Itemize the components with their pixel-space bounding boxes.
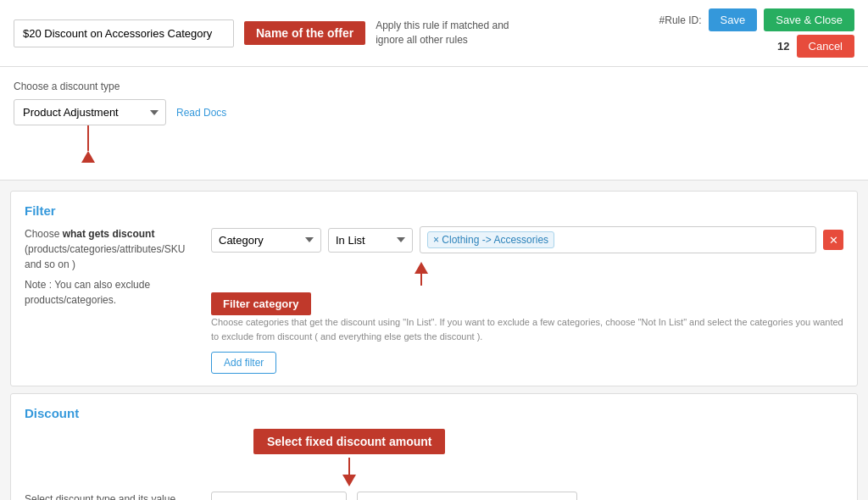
discount-row: Fixed discount Percentage discount Fixed… [211,492,843,500]
discount-annotation-label: Select fixed discount amount [253,429,445,454]
discount-value-input[interactable] [357,492,577,500]
filter-panel: Filter Choose what gets discount (produc… [10,191,858,386]
discount-type-section: Choose a discount type Product Adjustmen… [0,67,868,181]
filter-category-select[interactable]: Category [211,228,321,253]
rule-id-row: #Rule ID: Save Save & Close [659,8,854,31]
discount-left: Select discount type and its value (perc… [25,492,194,500]
filter-annotation-area: Filter category [211,262,843,315]
offer-name-input[interactable] [14,19,234,47]
filter-tags-input[interactable]: × Clothing -> Accessories [420,226,816,253]
save-button[interactable]: Save [709,8,758,31]
rule-id-value: 12 [777,40,789,53]
save-close-button[interactable]: Save & Close [764,8,854,31]
filter-help-text: Choose categories that get the discount … [211,315,843,343]
discount-type-annotation-wrapper: Product Adjustment Cart Adjustment Buy X… [14,99,854,163]
discount-type-row: Product Adjustment Cart Adjustment Buy X… [14,99,226,125]
discount-type-arrow [81,125,95,163]
cancel-button[interactable]: Cancel [797,35,854,58]
top-bar: Name of the offer Apply this rule if mat… [0,0,868,67]
filter-tag: × Clothing -> Accessories [427,231,554,248]
discount-annotation-arrow-group: Select fixed discount amount [253,429,445,486]
filter-arrow-up-icon [415,262,428,274]
filter-left: Choose what gets discount (products/cate… [25,226,194,374]
rule-id-label: #Rule ID: [659,14,702,26]
discount-title: Discount [25,406,843,420]
read-docs-link[interactable]: Read Docs [176,107,226,119]
discount-layout: Select discount type and its value (perc… [25,492,843,500]
discount-description: Select discount type and its value (perc… [25,492,194,500]
arrow-line [87,125,89,151]
filter-desc-rest: (products/categories/attributes/SKU and … [25,243,185,270]
discount-type-select[interactable]: Product Adjustment Cart Adjustment Buy X… [14,99,166,125]
filter-bold-text: what gets discount [63,228,155,240]
rule-id-section: #Rule ID: Save Save & Close 12 Cancel [659,8,854,58]
filter-inlist-select[interactable]: In List [328,228,413,253]
discount-right: Fixed discount Percentage discount Fixed… [211,492,843,500]
add-filter-button[interactable]: Add filter [211,352,276,374]
discount-annotation-wrapper: Select fixed discount amount [25,429,843,486]
discount-type-select-small[interactable]: Fixed discount Percentage discount Fixed… [211,492,347,500]
discount-arrow-down-icon [342,475,356,486]
arrow-up-icon [81,151,95,163]
filter-layout: Choose what gets discount (products/cate… [25,226,843,374]
discount-panel: Discount Select fixed discount amount Se… [10,393,858,500]
filter-tag-value: × Clothing -> Accessories [433,234,548,246]
discount-arrow-line [348,458,350,475]
filter-arrow-line [420,274,422,286]
remove-filter-button[interactable]: ✕ [823,230,843,250]
filter-row: Category In List × Clothing -> Accessori… [211,226,843,253]
filter-annotation-label: Filter category [211,292,311,315]
filter-right: Category In List × Clothing -> Accessori… [211,226,843,374]
filter-description: Choose what gets discount (products/cate… [25,226,194,272]
offer-name-annotation: Name of the offer [244,21,365,45]
filter-note: Note : You can also exclude products/cat… [25,277,194,308]
filter-title: Filter [25,203,843,218]
filter-arrow-group [415,262,428,286]
rule-id-value-row: 12 Cancel [777,35,854,58]
discount-type-label: Choose a discount type [14,81,854,92]
apply-rule-text: Apply this rule if matched and ignore al… [376,19,528,47]
